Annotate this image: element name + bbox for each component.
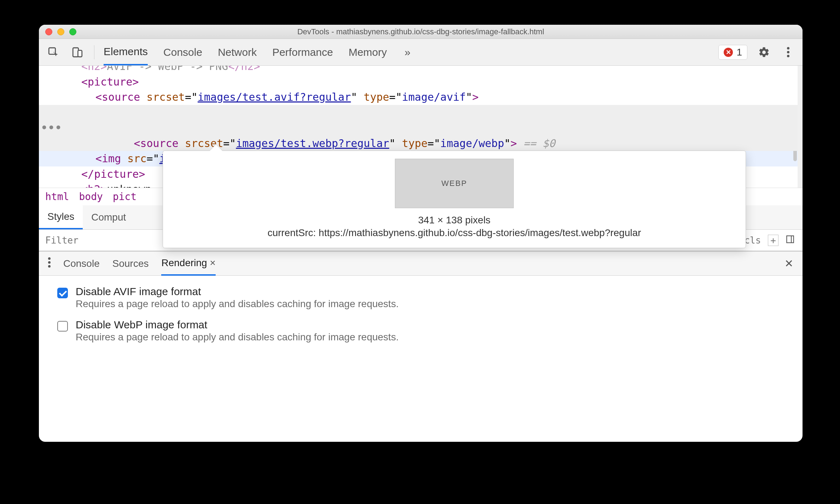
gutter-actions-icon[interactable]: ••• [41, 120, 62, 136]
separator [94, 45, 94, 59]
option-disable-webp: Disable WebP image format Requires a pag… [54, 319, 787, 343]
drawer-tab-sources[interactable]: Sources [112, 252, 149, 275]
checkbox-disable-avif[interactable] [57, 288, 68, 298]
more-menu-icon[interactable] [781, 45, 795, 60]
error-icon: ✕ [724, 48, 733, 57]
devtools-window: DevTools - mathiasbynens.github.io/css-d… [39, 25, 803, 442]
drawer-tabs: Console Sources Rendering × ✕ [39, 252, 803, 276]
tab-styles[interactable]: Styles [39, 205, 83, 229]
tab-performance[interactable]: Performance [272, 40, 333, 65]
tab-computed[interactable]: Comput [83, 206, 134, 229]
drawer-tab-console[interactable]: Console [63, 252, 100, 275]
svg-rect-0 [49, 48, 55, 54]
dom-node[interactable]: <h2>AVIF -> WebP -> PNG</h2> [39, 66, 798, 74]
inspect-element-icon[interactable] [46, 45, 61, 60]
drawer: Console Sources Rendering × ✕ Disable AV… [39, 251, 803, 358]
option-disable-avif: Disable AVIF image format Requires a pag… [54, 286, 787, 310]
settings-icon[interactable] [757, 45, 771, 60]
tab-elements[interactable]: Elements [104, 39, 148, 65]
drawer-menu-icon[interactable] [48, 256, 51, 271]
option-subtitle: Requires a page reload to apply and disa… [76, 332, 399, 343]
main-toolbar: Elements Console Network Performance Mem… [39, 39, 803, 66]
error-count: 1 [736, 47, 742, 58]
rendering-panel: Disable AVIF image format Requires a pag… [39, 276, 803, 358]
window-title: DevTools - mathiasbynens.github.io/css-d… [39, 27, 803, 36]
checkbox-disable-webp[interactable] [57, 321, 68, 332]
device-toolbar-icon[interactable] [70, 45, 85, 60]
breadcrumb-item[interactable]: html [45, 191, 69, 203]
tab-console[interactable]: Console [163, 40, 202, 65]
error-counter[interactable]: ✕ 1 [718, 45, 747, 60]
dom-node[interactable]: <source srcset="images/test.avif?regular… [39, 89, 798, 105]
styles-pane-menu-icon[interactable] [786, 235, 795, 246]
new-style-rule-button[interactable]: + [768, 235, 778, 246]
option-title: Disable AVIF image format [76, 286, 399, 298]
dom-node-selected[interactable]: ••• <source srcset="images/test.webp?reg… [39, 105, 798, 151]
panel-tabs: Elements Console Network Performance Mem… [104, 39, 410, 65]
svg-rect-3 [787, 236, 794, 243]
drawer-close-icon[interactable]: ✕ [784, 257, 793, 270]
titlebar: DevTools - mathiasbynens.github.io/css-d… [39, 25, 803, 39]
tab-network[interactable]: Network [218, 40, 257, 65]
image-preview-tooltip: WEBP 341 × 138 pixels currentSrc: https:… [163, 151, 746, 248]
drawer-tab-rendering[interactable]: Rendering × [161, 252, 215, 276]
breadcrumb-item[interactable]: pict [113, 191, 136, 203]
option-title: Disable WebP image format [76, 319, 399, 331]
dom-node[interactable]: <picture> [39, 74, 798, 90]
option-subtitle: Requires a page reload to apply and disa… [76, 298, 399, 310]
image-thumbnail: WEBP [395, 159, 514, 208]
svg-rect-2 [78, 50, 82, 57]
image-current-src: currentSrc: https://mathiasbynens.github… [174, 227, 735, 239]
tab-memory[interactable]: Memory [349, 40, 387, 65]
close-tab-icon[interactable]: × [210, 257, 215, 268]
image-dimensions: 341 × 138 pixels [174, 215, 735, 226]
tabs-overflow-icon[interactable]: » [404, 46, 410, 58]
breadcrumb-item[interactable]: body [79, 191, 103, 203]
